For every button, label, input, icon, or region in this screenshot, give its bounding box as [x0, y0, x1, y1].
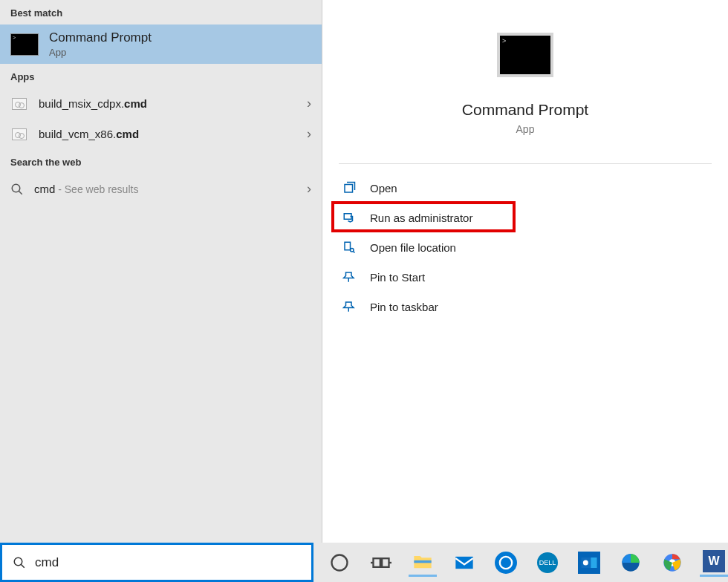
app-result-item[interactable]: build_msix_cdpx.cmd ›: [0, 88, 322, 119]
open-icon: [342, 180, 357, 195]
web-header: Search the web: [0, 149, 322, 174]
best-match-title: Command Prompt: [49, 30, 152, 45]
svg-point-21: [583, 560, 588, 565]
svg-point-18: [500, 556, 512, 568]
best-match-item[interactable]: Command Prompt App: [0, 24, 322, 64]
action-open[interactable]: Open: [339, 173, 712, 203]
action-open-file-location[interactable]: Open file location: [339, 232, 712, 262]
search-results-panel: Best match Command Prompt App Apps build…: [0, 0, 322, 543]
svg-point-0: [12, 184, 20, 192]
mail-icon[interactable]: [450, 549, 478, 577]
blue-app-icon[interactable]: [492, 549, 520, 577]
command-prompt-large-icon: [497, 33, 553, 77]
admin-shield-icon: [342, 210, 357, 225]
app-result-label: build_vcm_x86.cmd: [39, 128, 296, 140]
task-view-icon[interactable]: [367, 549, 395, 577]
web-result-label: cmd - See web results: [34, 183, 296, 195]
divider: [339, 163, 712, 164]
edge-icon[interactable]: [617, 549, 645, 577]
file-explorer-icon[interactable]: [409, 549, 437, 577]
svg-point-9: [14, 558, 22, 566]
cortana-icon[interactable]: [325, 549, 354, 577]
cmd-file-icon: [10, 127, 28, 142]
search-input[interactable]: [35, 555, 301, 570]
taskbar: DELL W: [313, 543, 728, 582]
folder-location-icon: [342, 240, 357, 255]
action-pin-to-start[interactable]: Pin to Start: [339, 262, 712, 292]
action-pin-to-taskbar[interactable]: Pin to taskbar: [339, 292, 712, 321]
cmd-file-icon: [10, 97, 28, 111]
svg-line-10: [21, 564, 25, 568]
pin-icon: [342, 269, 357, 284]
search-icon: [10, 183, 24, 196]
app-result-label: build_msix_cdpx.cmd: [39, 97, 296, 110]
svg-rect-12: [374, 558, 380, 567]
svg-rect-4: [345, 242, 351, 250]
web-result-item[interactable]: cmd - See web results ›: [0, 174, 322, 204]
svg-rect-17: [455, 556, 472, 568]
svg-line-1: [19, 191, 22, 194]
detail-panel: Command Prompt App Open Run as administr…: [322, 0, 728, 543]
word-icon[interactable]: W: [700, 549, 728, 577]
detail-subtitle: App: [516, 123, 535, 135]
svg-rect-20: [591, 558, 597, 568]
svg-rect-13: [382, 558, 389, 567]
action-run-as-administrator[interactable]: Run as administrator: [339, 203, 712, 232]
svg-point-11: [332, 555, 348, 570]
chevron-right-icon: ›: [307, 96, 311, 111]
pin-icon: [342, 299, 357, 314]
detail-title: Command Prompt: [462, 101, 588, 119]
chrome-icon[interactable]: [658, 549, 686, 577]
chevron-right-icon: ›: [307, 181, 311, 197]
svg-rect-16: [414, 560, 431, 563]
command-prompt-thumb-icon: [10, 33, 39, 56]
svg-line-6: [353, 251, 354, 252]
search-icon: [13, 556, 26, 569]
chevron-right-icon: ›: [307, 126, 311, 142]
apps-header: Apps: [0, 64, 322, 88]
search-box[interactable]: [0, 543, 313, 582]
best-match-subtitle: App: [49, 47, 152, 58]
app-result-item[interactable]: build_vcm_x86.cmd ›: [0, 119, 322, 149]
dell-icon[interactable]: DELL: [533, 549, 562, 577]
svg-rect-2: [345, 185, 353, 193]
best-match-header: Best match: [0, 0, 322, 24]
outlook-icon[interactable]: [575, 549, 603, 577]
